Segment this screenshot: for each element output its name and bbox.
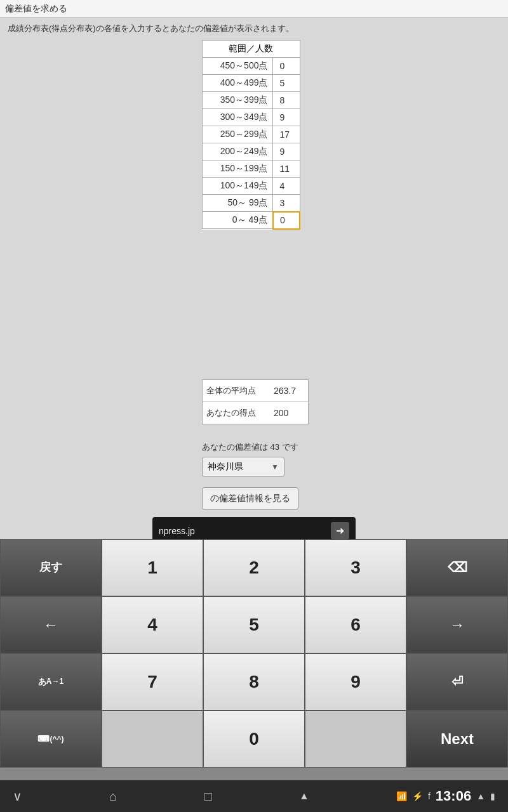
range-cell: 200～249点 [203, 143, 273, 160]
go-icon: ➜ [336, 525, 344, 536]
nav-back-icon[interactable]: ∨ [13, 789, 22, 804]
key-2[interactable]: 2 [203, 539, 305, 596]
nav-recent-icon[interactable]: □ [204, 789, 212, 804]
key-empty-left [102, 710, 203, 768]
range-cell: 250～299点 [203, 126, 273, 143]
value-cell[interactable]: 8 [273, 92, 300, 109]
key-backspace[interactable]: ⌫ [406, 539, 508, 596]
table-row[interactable]: 300～349点9 [203, 109, 300, 126]
prefecture-dropdown[interactable]: 神奈川県 ▼ [202, 457, 284, 477]
table-header: 範囲／人数 [203, 41, 300, 58]
key-next[interactable]: Next [406, 710, 508, 768]
table-row[interactable]: 50～ 99点3 [203, 195, 300, 212]
battery-icon: ▮ [490, 791, 495, 801]
keyboard-row-1: 戻す 1 2 3 ⌫ [0, 539, 508, 596]
score-value: 200 [270, 403, 308, 423]
dropdown-arrow-icon: ▼ [271, 462, 279, 471]
range-cell: 150～199点 [203, 160, 273, 178]
key-5[interactable]: 5 [203, 596, 305, 653]
facebook-icon: f [428, 791, 431, 801]
value-cell[interactable]: 4 [273, 178, 300, 195]
key-back[interactable]: 戻す [0, 539, 102, 596]
range-cell: 350～399点 [203, 92, 273, 109]
average-row: 全体の平均点 263.7 [203, 380, 308, 402]
key-3[interactable]: 3 [305, 539, 406, 596]
value-cell[interactable]: 3 [273, 195, 300, 212]
range-cell: 450～500点 [203, 58, 273, 75]
table-row[interactable]: 400～499点5 [203, 75, 300, 92]
value-cell[interactable]: 9 [273, 143, 300, 160]
signal-icon: 📶 [396, 791, 407, 801]
clock: 13:06 [436, 788, 471, 804]
keyboard: 戻す 1 2 3 ⌫ ← 4 5 6 → あA→1 7 8 9 ⏎ ⌨(^^) … [0, 539, 508, 780]
keyboard-row-3: あA→1 7 8 9 ⏎ [0, 653, 508, 710]
key-enter[interactable]: ⏎ [406, 653, 508, 710]
key-9[interactable]: 9 [305, 653, 406, 710]
url-text: npress.jp [159, 526, 331, 536]
key-7[interactable]: 7 [102, 653, 203, 710]
value-cell[interactable]: 0 [273, 58, 300, 75]
table-row[interactable]: 350～399点8 [203, 92, 300, 109]
key-keyboard-toggle[interactable]: ⌨(^^) [0, 710, 102, 768]
keyboard-row-4: ⌨(^^) 0 Next [0, 710, 508, 768]
hensa-result-text: あなたの偏差値は 43 です [202, 442, 298, 453]
score-label: あなたの得点 [203, 402, 270, 424]
key-left-arrow[interactable]: ← [0, 596, 102, 653]
table-row[interactable]: 150～199点11 [203, 160, 300, 178]
prefecture-label: 神奈川県 [208, 461, 243, 473]
key-empty-right [305, 710, 406, 768]
score-table-container: 範囲／人数 450～500点0400～499点5350～399点8300～349… [202, 40, 300, 230]
table-row[interactable]: 200～249点9 [203, 143, 300, 160]
main-content: 成績分布表(得点分布表)の各値を入力するとあなたの偏差値が表示されます。 範囲／… [0, 18, 508, 544]
score-row: あなたの得点 200 [203, 402, 308, 424]
key-1[interactable]: 1 [102, 539, 203, 596]
table-row[interactable]: 100～149点4 [203, 178, 300, 195]
value-cell[interactable]: 5 [273, 75, 300, 92]
nav-up-icon[interactable]: ▲ [299, 790, 309, 802]
range-cell: 100～149点 [203, 178, 273, 195]
average-label: 全体の平均点 [203, 380, 270, 402]
keyboard-row-2: ← 4 5 6 → [0, 596, 508, 653]
key-8[interactable]: 8 [203, 653, 305, 710]
value-cell[interactable]: 9 [273, 109, 300, 126]
nav-home-icon[interactable]: ⌂ [109, 789, 117, 804]
range-cell: 0～ 49点 [203, 212, 273, 229]
title-bar: 偏差値を求める [0, 0, 508, 18]
key-input-mode[interactable]: あA→1 [0, 653, 102, 710]
key-0[interactable]: 0 [203, 710, 305, 768]
action-button[interactable]: の偏差値情報を見る [202, 487, 298, 510]
wifi-icon: ▲ [476, 791, 485, 801]
score-table: 範囲／人数 450～500点0400～499点5350～399点8300～349… [202, 40, 300, 230]
time-section: 📶 ⚡ f 13:06 ▲ ▮ [396, 788, 495, 804]
go-button[interactable]: ➜ [331, 522, 349, 539]
avg-section: 全体の平均点 263.7 あなたの得点 200 [202, 379, 309, 424]
range-cell: 50～ 99点 [203, 195, 273, 212]
table-body: 450～500点0400～499点5350～399点8300～349点9250～… [203, 58, 300, 229]
value-cell[interactable]: 17 [273, 126, 300, 143]
key-4[interactable]: 4 [102, 596, 203, 653]
value-cell[interactable]: 0 [273, 212, 300, 229]
average-value: 263.7 [270, 381, 308, 401]
range-cell: 400～499点 [203, 75, 273, 92]
key-6[interactable]: 6 [305, 596, 406, 653]
table-row[interactable]: 250～299点17 [203, 126, 300, 143]
value-cell[interactable]: 11 [273, 160, 300, 178]
table-row[interactable]: 0～ 49点0 [203, 212, 300, 229]
key-right-arrow[interactable]: → [406, 596, 508, 653]
subtitle: 成績分布表(得点分布表)の各値を入力するとあなたの偏差値が表示されます。 [8, 23, 500, 34]
nav-bar: ∨ ⌂ □ ▲ 📶 ⚡ f 13:06 ▲ ▮ [0, 780, 508, 812]
app-title: 偏差値を求める [5, 3, 67, 15]
range-cell: 300～349点 [203, 109, 273, 126]
table-row[interactable]: 450～500点0 [203, 58, 300, 75]
usb-icon: ⚡ [412, 791, 423, 801]
